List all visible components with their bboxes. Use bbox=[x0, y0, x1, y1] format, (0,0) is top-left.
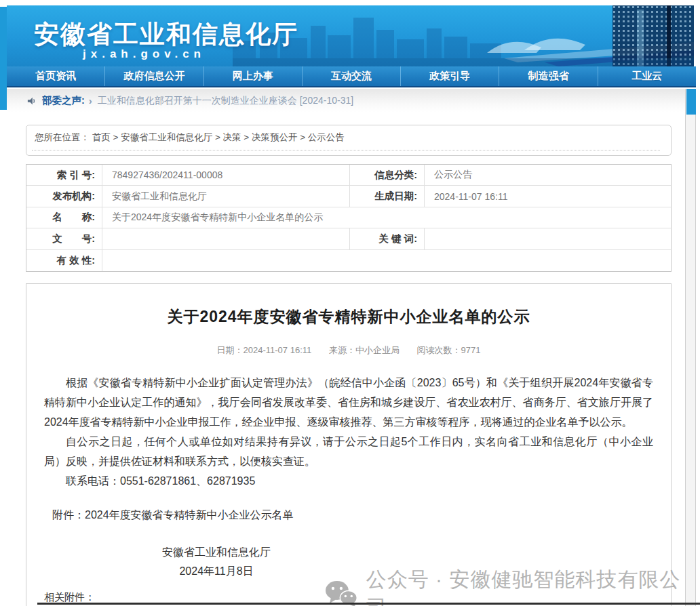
scrollbar-track[interactable] bbox=[685, 89, 696, 606]
breadcrumb-path[interactable]: 首页 > 安徽省工业和信息化厅 > 决策 > 决策预公开 > 公示公告 bbox=[92, 132, 345, 142]
signature-date: 2024年11月8日 bbox=[128, 562, 305, 581]
meta-validity-value bbox=[102, 250, 671, 271]
meta-agency-value: 安徽省工业和信息化厅 bbox=[102, 186, 350, 207]
article-container: 关于2024年度安徽省专精特新中小企业名单的公示 日期：2024-11-07 1… bbox=[26, 283, 672, 606]
meta-gendate-value: 2024-11-07 16:11 bbox=[425, 186, 671, 207]
article-date-label: 日期： bbox=[217, 345, 244, 355]
article-meta-line: 日期：2024-11-07 16:11 来源：中小企业局 阅读次数：9771 bbox=[26, 344, 671, 357]
article-body: 根据《安徽省专精特新中小企业扩面认定管理办法》（皖经信中小企函〔2023〕65号… bbox=[44, 373, 653, 525]
main-nav: 首页资讯 政府信息公开 网上办事 互动交流 政策引导 制造强省 工业云 bbox=[7, 66, 696, 87]
meta-keyword-label: 关 键 词: bbox=[350, 228, 425, 249]
paragraph-contact: 联系电话：0551-62871861、62871935 bbox=[44, 471, 653, 491]
nav-item-gov-info[interactable]: 政府信息公开 bbox=[105, 66, 203, 86]
meta-keyword-value bbox=[425, 228, 671, 249]
signature-org: 安徽省工业和信息化厅 bbox=[128, 543, 305, 562]
ticker-headline-link[interactable]: 工业和信息化部召开第十一次制造业企业座谈会 [2024-10-31] bbox=[98, 95, 353, 107]
site-url: jx.ah.gov.cn bbox=[83, 47, 206, 61]
cityscape-graphic bbox=[233, 5, 694, 66]
meta-category-value: 公示公告 bbox=[425, 165, 671, 186]
nav-item-interaction[interactable]: 互动交流 bbox=[303, 66, 401, 86]
meta-name-label: 名 称: bbox=[26, 207, 102, 228]
signature-block: 安徽省工业和信息化厅 2024年11月8日 bbox=[128, 543, 305, 581]
breadcrumb-prefix: 您所在位置： bbox=[35, 132, 90, 142]
left-edge-decoration bbox=[0, 7, 7, 110]
meta-docnum-label: 文 号: bbox=[26, 228, 102, 249]
watermark: 公众号 · 安徽健驰智能科技有限公司 bbox=[324, 566, 700, 606]
meta-name-value: 关于2024年度安徽省专精特新中小企业名单的公示 bbox=[102, 207, 671, 228]
article-source-label: 来源： bbox=[329, 345, 355, 355]
article-source: 中小企业局 bbox=[355, 345, 400, 355]
watermark-text: 公众号 · 安徽健驰智能科技有限公司 bbox=[366, 566, 700, 606]
ticker-arrow-icon: › bbox=[89, 95, 92, 106]
site-banner: 安徽省工业和信息化厅 jx.ah.gov.cn bbox=[7, 5, 694, 66]
meta-index-value: 784927436/202411-00008 bbox=[102, 165, 350, 186]
nav-item-online-service[interactable]: 网上办事 bbox=[204, 66, 303, 86]
scrollbar-thumb[interactable] bbox=[686, 89, 696, 115]
article-date: 2024-11-07 16:11 bbox=[244, 345, 312, 355]
breadcrumb: 您所在位置： 首页 > 安徽省工业和信息化厅 > 决策 > 决策预公开 > 公示… bbox=[26, 125, 672, 156]
document-meta-table: 索 引 号: 784927436/202411-00008 信息分类: 公示公告… bbox=[26, 164, 672, 272]
speaker-icon bbox=[27, 96, 37, 106]
meta-gendate-label: 生成日期: bbox=[350, 186, 425, 207]
article-title: 关于2024年度安徽省专精特新中小企业名单的公示 bbox=[26, 306, 671, 327]
nav-item-policy[interactable]: 政策引导 bbox=[401, 66, 499, 86]
meta-agency-label: 发布机构: bbox=[26, 186, 102, 207]
article-views-label: 阅读次数： bbox=[417, 345, 461, 355]
nav-item-manufacturing[interactable]: 制造强省 bbox=[499, 66, 598, 86]
site-title: 安徽省工业和信息化厅 bbox=[34, 18, 298, 52]
meta-index-label: 索 引 号: bbox=[26, 165, 102, 186]
article-views-count: 9771 bbox=[461, 345, 481, 355]
meta-category-label: 信息分类: bbox=[350, 165, 425, 186]
meta-docnum-value bbox=[102, 228, 350, 249]
nav-item-home[interactable]: 首页资讯 bbox=[7, 66, 105, 86]
attachment-line: 附件：2024年度安徽省专精特新中小企业公示名单 bbox=[44, 505, 653, 525]
bottom-rule bbox=[37, 603, 700, 605]
ticker-label: 部委之声: bbox=[42, 94, 85, 107]
paragraph-basis: 根据《安徽省专精特新中小企业扩面认定管理办法》（皖经信中小企函〔2023〕65号… bbox=[44, 373, 653, 432]
meta-validity-label: 有 效 性: bbox=[26, 250, 102, 271]
nav-item-industry-cloud[interactable]: 工业云 bbox=[598, 66, 696, 86]
news-ticker: 部委之声: › 工业和信息化部召开第十一次制造业企业座谈会 [2024-10-3… bbox=[7, 89, 685, 113]
breadcrumb-divider bbox=[32, 150, 660, 150]
paragraph-objection: 自公示之日起，任何个人或单位如对结果持有异议，请于公示之日起5个工作日内，实名向… bbox=[44, 432, 653, 471]
